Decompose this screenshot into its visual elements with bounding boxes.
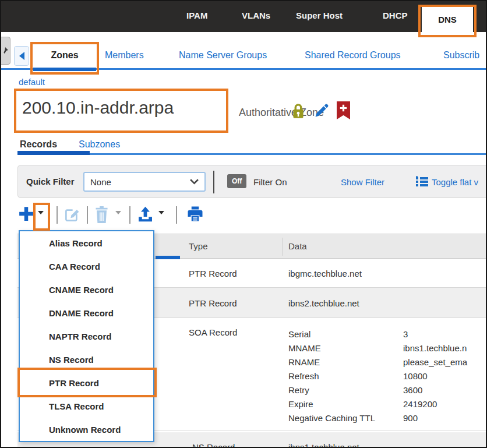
menu-item-ns-record[interactable]: NS Record: [20, 348, 153, 371]
app-window: IPAM VLANs Super Host DHCP DNS Zones Mem…: [0, 0, 487, 448]
bookmark-add-icon[interactable]: [337, 101, 350, 122]
records-active-underline: [17, 151, 90, 155]
menu-item-tlsa-record[interactable]: TLSA Record: [20, 394, 153, 418]
toolbar-divider: [57, 206, 58, 224]
quick-filter-select[interactable]: None: [83, 172, 206, 192]
record-type-cell: PTR Record: [189, 269, 237, 278]
menu-item-dname-record[interactable]: DNAME Record: [20, 301, 153, 324]
soa-field-key: Negative Caching TTL: [288, 411, 403, 425]
subnav-tab-members[interactable]: Members: [105, 50, 144, 61]
menu-item-naptr-record[interactable]: NAPTR Record: [20, 324, 153, 348]
subnav-tab-shared-record-groups[interactable]: Shared Record Groups: [305, 50, 401, 61]
record-data-cell: ibns2.techblue.net: [288, 298, 359, 308]
collapsed-panel-tab[interactable]: [0, 37, 10, 65]
menu-item-ptr-record[interactable]: PTR Record: [20, 371, 153, 394]
top-navigation-bar: IPAM VLANs Super Host DHCP DNS: [1, 1, 486, 32]
divider: [213, 171, 214, 193]
record-type-cell: SOA Record: [189, 327, 237, 337]
soa-field-key: Expire: [288, 397, 403, 411]
record-data-cell: ibgmc.techblue.net: [288, 269, 362, 278]
zone-type-label: Authoritative Zone: [239, 107, 324, 119]
quick-filter-bar: Quick Filter None Off Filter On Show Fil…: [17, 165, 487, 198]
show-filter-link[interactable]: Show Filter: [341, 177, 384, 187]
soa-field-value: 10800: [403, 369, 428, 383]
record-type-cell: PTR Record: [189, 298, 237, 308]
record-data-cell: ibns1.techblue.net: [288, 442, 359, 448]
tab-subzones[interactable]: Subzones: [79, 139, 120, 150]
flat-view-list-icon[interactable]: [416, 176, 428, 189]
quick-filter-selected-value: None: [90, 177, 111, 187]
soa-field-value: 900: [403, 411, 418, 425]
zones-active-underline: [33, 68, 96, 71]
toolbar-divider: [176, 206, 177, 224]
delete-record-button[interactable]: [94, 206, 109, 225]
caret-down-icon: [38, 211, 44, 224]
soa-field-value: 3: [403, 327, 408, 341]
soa-field-key: Serial: [288, 327, 403, 341]
page-title-zone-name: 200.10.in-addr.arpa: [22, 98, 174, 118]
soa-field-value: 2419200: [403, 397, 437, 411]
quick-filter-label: Quick Filter: [26, 177, 75, 186]
import-export-button[interactable]: [137, 205, 154, 225]
menu-item-unknown-record[interactable]: Unknown Record: [20, 418, 153, 441]
add-record-caret-button[interactable]: [38, 214, 44, 225]
toolbar-divider: [129, 206, 130, 224]
tab-ipam[interactable]: IPAM: [186, 10, 207, 20]
column-separator: [283, 238, 283, 256]
tab-vlans[interactable]: VLANs: [242, 10, 270, 20]
menu-item-caa-record[interactable]: CAA Record: [20, 255, 153, 278]
dns-sub-navigation: Zones Members Name Server Groups Shared …: [1, 32, 486, 70]
tab-records[interactable]: Records: [20, 139, 57, 150]
add-record-button[interactable]: [17, 205, 35, 225]
caret-down-icon: [115, 211, 121, 224]
soa-field-key: RNAME: [288, 355, 403, 369]
subnav-tab-name-server-groups[interactable]: Name Server Groups: [179, 50, 267, 61]
subnav-tab-zones[interactable]: Zones: [32, 43, 97, 68]
tab-super-host[interactable]: Super Host: [296, 10, 343, 20]
collapse-panel-button[interactable]: [14, 46, 29, 66]
chevron-left-icon: [19, 52, 24, 60]
edit-pencil-icon[interactable]: [313, 103, 330, 121]
tab-dhcp[interactable]: DHCP: [383, 10, 408, 20]
column-header-type[interactable]: Type: [189, 241, 208, 251]
pin-icon: [1, 47, 9, 55]
edit-record-button[interactable]: [64, 207, 80, 225]
delete-caret-button[interactable]: [115, 214, 121, 225]
soa-field-key: MNAME: [288, 341, 403, 355]
soa-field-key: Retry: [288, 383, 403, 397]
add-record-dropdown-menu: Alias Record CAA Record CNAME Record DNA…: [19, 230, 154, 442]
filter-on-label: Filter On: [253, 177, 287, 187]
soa-field-value: 3600: [403, 383, 422, 397]
print-button[interactable]: [186, 205, 204, 225]
breadcrumb-default-view[interactable]: default: [19, 77, 45, 87]
name-column-sort-underline: [156, 256, 180, 259]
filter-off-toggle[interactable]: Off: [227, 174, 246, 188]
chevron-down-icon: [190, 179, 199, 185]
soa-field-value: please_set_ema: [403, 355, 467, 369]
soa-field-value: ibns1.techblue.n: [403, 341, 467, 355]
import-export-caret-button[interactable]: [158, 214, 164, 225]
soa-record-details: Serial3 MNAMEibns1.techblue.n RNAMEpleas…: [288, 327, 467, 425]
menu-item-cname-record[interactable]: CNAME Record: [20, 278, 153, 301]
menu-item-alias-record[interactable]: Alias Record: [20, 231, 153, 255]
column-header-data[interactable]: Data: [288, 241, 307, 251]
soa-field-key: Refresh: [288, 369, 403, 383]
caret-down-icon: [158, 211, 164, 224]
record-type-cell: NS Record: [192, 442, 235, 448]
subnav-tab-subscriber[interactable]: Subscrib: [443, 50, 479, 61]
toolbar-divider: [87, 206, 88, 224]
toggle-flat-view-link[interactable]: Toggle flat v: [432, 177, 478, 187]
lock-icon[interactable]: [291, 103, 306, 122]
tab-dns[interactable]: DNS: [422, 7, 473, 32]
